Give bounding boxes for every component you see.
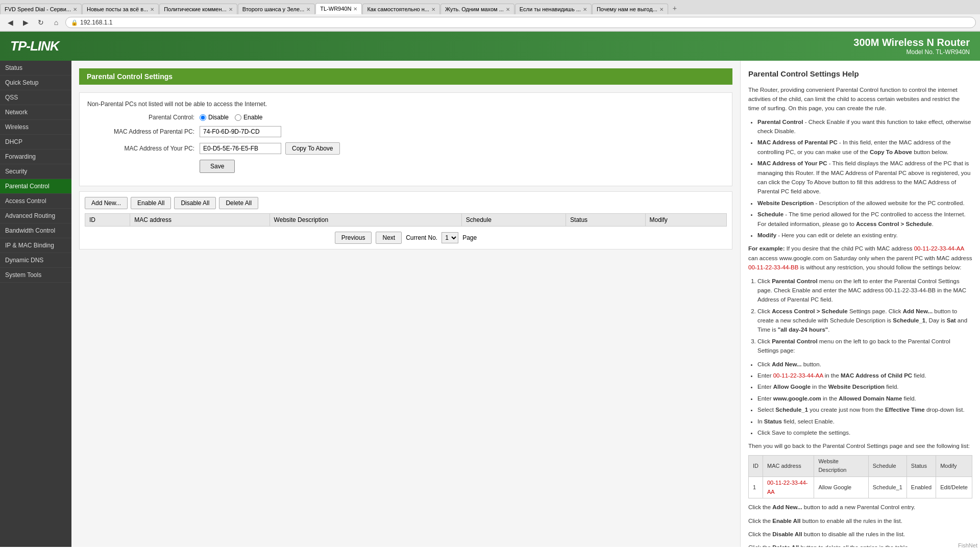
tab-1-close[interactable]: ✕ [150, 7, 154, 12]
tab-6-close[interactable]: ✕ [506, 7, 510, 12]
tab-5-close[interactable]: ✕ [431, 7, 435, 12]
tp-link-logo: TP-LINK [10, 38, 59, 54]
enable-all-button[interactable]: Enable All [131, 197, 171, 209]
tab-1[interactable]: Новые посты за всё в...✕ [82, 4, 159, 14]
ex-row-0: 1 00-11-22-33-44-AA Allow Google Schedul… [749, 477, 972, 498]
sub-bullet-3: Enter www.google.com in the Allowed Doma… [757, 394, 972, 403]
next-button[interactable]: Next [376, 232, 402, 244]
tab-8[interactable]: Почему нам не выгод...✕ [592, 4, 668, 14]
tab-5[interactable]: Как самостоятельно н...✕ [362, 4, 440, 14]
sub-bullet-6: Click Save to complete the settings. [757, 428, 972, 437]
sidebar-item-security[interactable]: Security [0, 164, 71, 179]
tab-0-close[interactable]: ✕ [73, 7, 77, 12]
col-schedule: Schedule [461, 214, 566, 227]
mac-your-control: Copy To Above [200, 142, 340, 155]
delete-all-button[interactable]: Delete All [219, 197, 258, 209]
tab-4-close[interactable]: ✕ [353, 6, 357, 12]
sidebar-item-parental-control[interactable]: Parental Control [0, 179, 71, 194]
parental-control-label: Parental Control: [87, 114, 200, 121]
ex-col-status: Status [906, 455, 936, 477]
disable-radio-label[interactable]: Disable [200, 114, 229, 121]
help-title: Parental Control Settings Help [748, 68, 972, 80]
tab-2-close[interactable]: ✕ [229, 7, 233, 12]
tab-3-label: Второго шанса у Зеле... [242, 6, 305, 12]
col-mac: MAC address [130, 214, 270, 227]
add-new-button[interactable]: Add New... [85, 197, 128, 209]
table-header-buttons: Add New... Enable All Disable All Delete… [85, 197, 727, 209]
router-header: TP-LINK 300M Wireless N Router Model No.… [0, 32, 980, 61]
ex-col-schedule: Schedule [868, 455, 906, 477]
sidebar-item-system-tools[interactable]: System Tools [0, 268, 71, 283]
sidebar-item-access-control[interactable]: Access Control [0, 194, 71, 209]
mac-your-label: MAC Address of Your PC: [87, 145, 200, 152]
url-bar[interactable]: 🔒 192.168.1.1 [65, 17, 976, 28]
address-bar: ◀ ▶ ↻ ⌂ 🔒 192.168.1.1 [0, 14, 980, 31]
copy-to-above-button[interactable]: Copy To Above [285, 142, 340, 155]
help-bullet-4: Schedule - The time period allowed for t… [757, 210, 972, 229]
tab-0-label: FVD Speed Dial - Серви... [5, 6, 71, 12]
tab-2-label: Политические коммен... [164, 6, 227, 12]
forward-button[interactable]: ▶ [19, 16, 32, 29]
sidebar-item-status[interactable]: Status [0, 61, 71, 76]
ex-col-modify: Modify [936, 455, 972, 477]
tab-4-label: TL-WR940N [320, 6, 351, 12]
tab-3-close[interactable]: ✕ [306, 7, 310, 12]
tab-6[interactable]: Жуть. Одним махом ...✕ [440, 4, 514, 14]
refresh-button[interactable]: ↻ [35, 16, 47, 29]
tab-7-close[interactable]: ✕ [583, 7, 587, 12]
sidebar-item-advanced-routing[interactable]: Advanced Routing [0, 209, 71, 223]
help-panel: Parental Control Settings Help The Route… [740, 61, 980, 547]
sidebar-item-bandwidth-control[interactable]: Bandwidth Control [0, 223, 71, 238]
sub-bullet-2: Enter Allow Google in the Website Descri… [757, 382, 972, 391]
enable-radio-label[interactable]: Enable [235, 114, 262, 121]
tab-4[interactable]: TL-WR940N✕ [315, 3, 362, 14]
page-title: Parental Control Settings [79, 68, 732, 85]
sidebar-item-qss[interactable]: QSS [0, 90, 71, 105]
sub-bullet-1: Enter 00-11-22-33-44-AA in the MAC Addre… [757, 371, 972, 380]
enable-radio[interactable] [235, 114, 241, 121]
mac-parental-input[interactable] [200, 126, 281, 137]
tab-7[interactable]: Если ты ненавидишь ...✕ [515, 4, 592, 14]
sidebar-item-wireless[interactable]: Wireless [0, 120, 71, 135]
sub-bullet-5: In Status field, select Enable. [757, 417, 972, 426]
help-bullet-2: MAC Address of Your PC - This field disp… [757, 159, 972, 196]
disable-all-button[interactable]: Disable All [174, 197, 216, 209]
mac-parental-row: MAC Address of Parental PC: [87, 126, 724, 137]
tab-5-label: Как самостоятельно н... [367, 6, 429, 12]
save-row: Save [87, 160, 724, 173]
model-name: 300M Wireless N Router [853, 37, 970, 48]
back-button[interactable]: ◀ [4, 16, 16, 29]
page-select[interactable]: 1 [442, 232, 458, 243]
tab-2[interactable]: Политические коммен...✕ [159, 4, 237, 14]
save-button[interactable]: Save [200, 160, 235, 173]
help-text: The Router, providing convenient Parenta… [748, 85, 972, 547]
sidebar-item-dynamic-dns[interactable]: Dynamic DNS [0, 253, 71, 268]
content-area: Parental Control Settings Non-Parental P… [71, 61, 980, 547]
help-intro: The Router, providing convenient Parenta… [748, 85, 972, 113]
parental-control-radio-group: Disable Enable [200, 114, 262, 121]
page-label: Page [462, 234, 477, 241]
previous-button[interactable]: Previous [335, 232, 372, 244]
help-bullet-3: Website Description - Description of the… [757, 198, 972, 208]
disable-radio[interactable] [200, 114, 206, 121]
ex-cell-modify: Edit/Delete [936, 477, 972, 498]
new-tab-button[interactable]: + [669, 2, 681, 14]
home-button[interactable]: ⌂ [50, 16, 62, 29]
tab-8-close[interactable]: ✕ [659, 7, 664, 12]
sidebar-item-forwarding[interactable]: Forwarding [0, 149, 71, 164]
sidebar-item-ip-mac-binding[interactable]: IP & MAC Binding [0, 238, 71, 253]
footer-note-2: Click the Disable All button to disable … [748, 530, 972, 539]
sidebar-item-network[interactable]: Network [0, 105, 71, 120]
sidebar-item-dhcp[interactable]: DHCP [0, 135, 71, 149]
help-steps: Click Parental Control menu on the left … [748, 277, 972, 356]
tab-0[interactable]: FVD Speed Dial - Серви...✕ [0, 4, 82, 14]
table-section: Add New... Enable All Disable All Delete… [79, 191, 732, 249]
sub-bullet-4: Select Schedule_1 you create just now fr… [757, 405, 972, 414]
col-id: ID [85, 214, 130, 227]
ex-cell-id: 1 [749, 477, 763, 498]
sidebar-item-quick-setup[interactable]: Quick Setup [0, 76, 71, 90]
router-model: 300M Wireless N Router Model No. TL-WR94… [853, 37, 970, 56]
current-no-label: Current No. [406, 234, 437, 241]
mac-your-input[interactable] [200, 143, 281, 154]
tab-3[interactable]: Второго шанса у Зеле...✕ [238, 4, 315, 14]
